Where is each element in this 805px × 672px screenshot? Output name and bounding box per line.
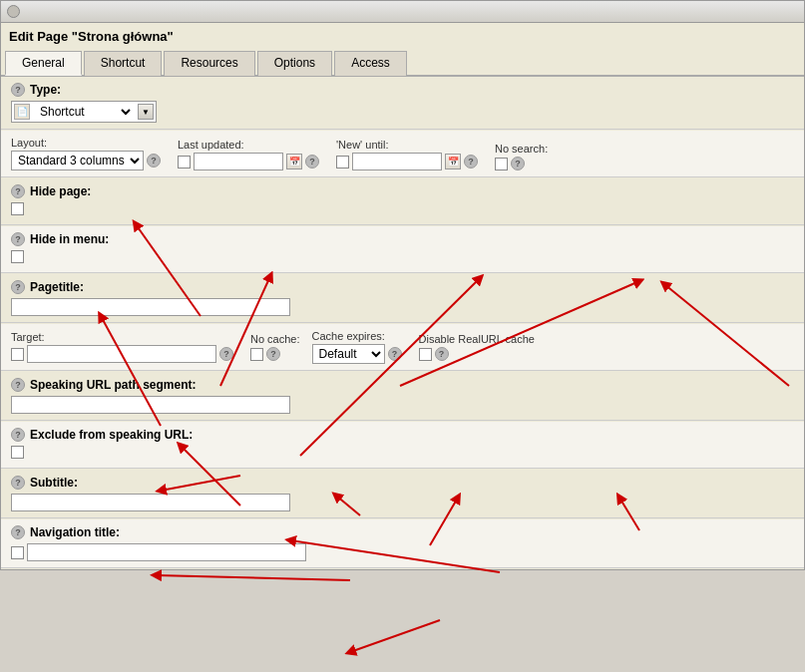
cache-expires-select[interactable]: Default 1 hour 6 hours 24 hours bbox=[312, 344, 385, 364]
exclude-speaking-label: Exclude from speaking URL: bbox=[30, 428, 193, 442]
subtitle-header: ? Subtitle: bbox=[11, 476, 794, 490]
new-until-cal-icon[interactable]: 📅 bbox=[445, 154, 461, 169]
pagetitle-help-icon[interactable]: ? bbox=[11, 280, 25, 294]
tab-shortcut[interactable]: Shortcut bbox=[84, 51, 163, 76]
new-until-input[interactable] bbox=[352, 153, 442, 170]
disable-realurl-help-icon[interactable]: ? bbox=[435, 347, 449, 361]
pagetitle-input[interactable]: Strona główna bbox=[11, 298, 290, 316]
no-cache-label: No cache: bbox=[250, 333, 300, 345]
no-cache-checkbox[interactable] bbox=[250, 348, 263, 361]
disable-realurl-inline: ? bbox=[419, 347, 535, 361]
layout-section: Layout: Standard 3 columns ? Last update… bbox=[1, 131, 804, 177]
type-select[interactable]: Shortcut bbox=[34, 103, 134, 121]
new-until-checkbox[interactable] bbox=[336, 156, 349, 168]
type-header: ? Type: bbox=[11, 83, 794, 97]
window: Edit Page "Strona główna" General Shortc… bbox=[0, 0, 805, 570]
subtitle-input[interactable] bbox=[11, 494, 290, 511]
cache-expires-label: Cache expires: bbox=[312, 330, 407, 342]
new-until-field-group: 'New' until: 📅 ? bbox=[336, 139, 483, 170]
target-section: Target: ? No cache: ? bbox=[1, 324, 804, 371]
subtitle-help-icon[interactable]: ? bbox=[11, 476, 25, 490]
cache-expires-field-group: Cache expires: Default 1 hour 6 hours 24… bbox=[312, 330, 407, 364]
hide-menu-checkbox[interactable] bbox=[11, 250, 24, 263]
layout-select[interactable]: Standard 3 columns bbox=[11, 151, 144, 170]
type-file-icon: 📄 bbox=[14, 104, 30, 120]
speaking-url-input[interactable] bbox=[11, 396, 290, 414]
disable-realurl-label: Disable RealURL cache bbox=[419, 333, 535, 345]
nav-title-input[interactable] bbox=[27, 543, 306, 561]
last-updated-cal-icon[interactable]: 📅 bbox=[286, 154, 302, 169]
speaking-url-label: Speaking URL path segment: bbox=[30, 378, 196, 392]
last-updated-checkbox[interactable] bbox=[178, 156, 191, 168]
pagetitle-header: ? Pagetitle: bbox=[11, 280, 794, 294]
tab-access[interactable]: Access bbox=[334, 51, 407, 76]
nav-title-help-icon[interactable]: ? bbox=[11, 525, 25, 539]
exclude-speaking-header: ? Exclude from speaking URL: bbox=[11, 428, 794, 442]
target-help-icon[interactable]: ? bbox=[219, 347, 233, 361]
exclude-speaking-help-icon[interactable]: ? bbox=[11, 428, 25, 442]
layout-field-group: Layout: Standard 3 columns ? bbox=[11, 137, 166, 170]
cache-expires-inline: Default 1 hour 6 hours 24 hours ? bbox=[312, 344, 407, 364]
type-section: ? Type: 📄 Shortcut ▼ bbox=[1, 77, 804, 130]
speaking-url-section: ? Speaking URL path segment: bbox=[1, 372, 804, 421]
hide-menu-section: ? Hide in menu: bbox=[1, 226, 804, 273]
no-search-inline: ? bbox=[495, 157, 548, 170]
cache-expires-help-icon[interactable]: ? bbox=[388, 347, 402, 361]
disable-realurl-field-group: Disable RealURL cache ? bbox=[419, 333, 535, 361]
nav-title-header: ? Navigation title: bbox=[11, 525, 794, 539]
hide-page-header: ? Hide page: bbox=[11, 184, 794, 198]
type-row: 📄 Shortcut ▼ bbox=[11, 101, 794, 123]
target-input[interactable] bbox=[27, 345, 216, 363]
new-until-label: 'New' until: bbox=[336, 139, 483, 151]
no-cache-field-group: No cache: ? bbox=[250, 333, 300, 361]
target-field-group: Target: ? bbox=[11, 331, 238, 363]
nav-title-inline bbox=[11, 543, 794, 561]
layout-label: Layout: bbox=[11, 137, 166, 149]
last-updated-help-icon[interactable]: ? bbox=[305, 155, 319, 168]
speaking-url-help-icon[interactable]: ? bbox=[11, 378, 25, 392]
nav-title-section: ? Navigation title: bbox=[1, 519, 804, 568]
nav-title-label: Navigation title: bbox=[30, 525, 120, 539]
type-label: Type: bbox=[30, 83, 61, 97]
layout-inline: Standard 3 columns ? bbox=[11, 151, 166, 170]
exclude-speaking-checkbox[interactable] bbox=[11, 446, 24, 459]
target-row: Target: ? No cache: ? bbox=[11, 330, 794, 364]
hide-menu-label: Hide in menu: bbox=[30, 232, 109, 246]
hide-menu-help-icon[interactable]: ? bbox=[11, 232, 25, 246]
type-select-wrapper: 📄 Shortcut ▼ bbox=[11, 101, 157, 123]
no-cache-help-icon[interactable]: ? bbox=[266, 347, 280, 361]
nav-title-checkbox[interactable] bbox=[11, 546, 24, 559]
last-updated-input[interactable] bbox=[194, 153, 283, 170]
hide-page-help-icon[interactable]: ? bbox=[11, 184, 25, 198]
tab-resources[interactable]: Resources bbox=[164, 51, 254, 76]
no-search-checkbox[interactable] bbox=[495, 158, 508, 170]
speaking-url-header: ? Speaking URL path segment: bbox=[11, 378, 794, 392]
disable-realurl-checkbox[interactable] bbox=[419, 348, 432, 361]
hide-page-checkbox[interactable] bbox=[11, 202, 24, 215]
new-until-help-icon[interactable]: ? bbox=[464, 155, 478, 168]
tab-options[interactable]: Options bbox=[257, 51, 332, 76]
title-bar bbox=[1, 1, 804, 23]
last-updated-label: Last updated: bbox=[178, 139, 324, 151]
subtitle-section: ? Subtitle: bbox=[1, 470, 804, 518]
hide-page-section: ? Hide page: bbox=[1, 178, 804, 225]
type-dropdown-btn[interactable]: ▼ bbox=[138, 104, 154, 120]
target-checkbox[interactable] bbox=[11, 348, 24, 361]
no-search-help-icon[interactable]: ? bbox=[511, 157, 525, 170]
hide-page-label: Hide page: bbox=[30, 184, 91, 198]
new-until-inline: 📅 ? bbox=[336, 153, 483, 170]
svg-line-11 bbox=[156, 575, 350, 580]
target-inline: ? bbox=[11, 345, 238, 363]
last-updated-inline: 📅 ? bbox=[178, 153, 324, 170]
subtitle-label: Subtitle: bbox=[30, 476, 78, 490]
layout-help-icon[interactable]: ? bbox=[147, 154, 161, 168]
tabs-bar: General Shortcut Resources Options Acces… bbox=[1, 50, 804, 77]
no-search-field-group: No search: ? bbox=[495, 143, 548, 170]
close-button[interactable] bbox=[7, 5, 20, 18]
tab-general[interactable]: General bbox=[5, 51, 82, 76]
last-updated-field-group: Last updated: 📅 ? bbox=[178, 139, 324, 170]
hide-menu-header: ? Hide in menu: bbox=[11, 232, 794, 246]
layout-fields-row: Layout: Standard 3 columns ? Last update… bbox=[11, 137, 794, 170]
svg-line-12 bbox=[350, 620, 440, 652]
type-help-icon[interactable]: ? bbox=[11, 83, 25, 97]
